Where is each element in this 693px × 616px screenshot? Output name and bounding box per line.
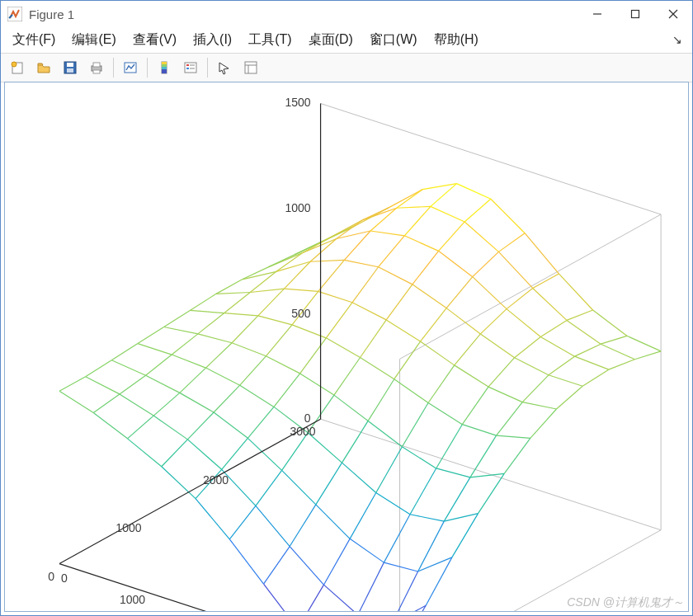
svg-line-106 xyxy=(310,260,344,261)
open-button[interactable] xyxy=(32,56,55,79)
axes-3d[interactable]: 0100020003000400050000100020003000050010… xyxy=(4,82,689,612)
svg-line-143 xyxy=(627,336,661,351)
svg-text:1000: 1000 xyxy=(116,521,141,534)
svg-line-100 xyxy=(420,341,454,365)
svg-line-45 xyxy=(120,394,153,416)
svg-line-77 xyxy=(266,356,299,374)
svg-line-157 xyxy=(172,334,198,355)
svg-line-57 xyxy=(214,412,248,438)
svg-line-138 xyxy=(457,184,491,200)
svg-line-103 xyxy=(522,402,556,409)
svg-line-47 xyxy=(187,440,221,469)
link-axes-button[interactable] xyxy=(119,56,142,79)
menu-insert[interactable]: 插入(I) xyxy=(186,30,238,50)
titlebar: Figure 1 xyxy=(1,1,692,27)
menu-help[interactable]: 帮助(H) xyxy=(427,30,485,50)
insert-legend-button[interactable] xyxy=(179,56,202,79)
menu-desktop[interactable]: 桌面(D) xyxy=(302,30,360,50)
svg-line-78 xyxy=(300,374,334,395)
svg-line-90 xyxy=(394,379,428,403)
svg-line-64 xyxy=(138,344,172,355)
svg-line-117 xyxy=(370,231,404,236)
svg-line-194 xyxy=(229,505,256,539)
menu-tools[interactable]: 工具(T) xyxy=(242,30,298,50)
svg-text:2000: 2000 xyxy=(203,473,229,487)
menu-view[interactable]: 查看(V) xyxy=(126,30,183,50)
save-button[interactable] xyxy=(59,56,82,79)
svg-line-211 xyxy=(446,277,473,308)
svg-line-67 xyxy=(240,385,274,407)
svg-line-233 xyxy=(567,310,593,320)
svg-line-252 xyxy=(609,360,635,369)
svg-rect-2 xyxy=(632,11,639,18)
svg-line-49 xyxy=(256,505,290,546)
svg-point-6 xyxy=(12,62,16,67)
svg-line-217 xyxy=(376,447,403,493)
svg-line-136 xyxy=(389,190,422,208)
svg-line-89 xyxy=(361,358,394,379)
svg-rect-18 xyxy=(162,69,167,73)
svg-line-147 xyxy=(138,327,164,344)
menu-window[interactable]: 窗口(W) xyxy=(363,30,424,50)
edit-plot-button[interactable] xyxy=(213,56,236,79)
print-button[interactable] xyxy=(85,56,108,79)
svg-line-127 xyxy=(397,206,431,208)
svg-line-205 xyxy=(290,505,316,547)
svg-line-82 xyxy=(436,468,470,477)
svg-line-35 xyxy=(93,413,127,439)
svg-line-86 xyxy=(258,316,292,325)
svg-rect-20 xyxy=(186,64,189,66)
svg-line-238 xyxy=(470,435,497,477)
svg-line-200 xyxy=(386,284,412,320)
svg-line-167 xyxy=(205,343,232,368)
svg-line-85 xyxy=(224,313,258,316)
svg-line-61 xyxy=(350,538,384,562)
svg-line-180 xyxy=(318,260,345,291)
menu-edit[interactable]: 编辑(E) xyxy=(65,30,122,50)
svg-line-63 xyxy=(418,557,452,571)
svg-line-123 xyxy=(575,356,609,369)
svg-line-139 xyxy=(491,199,525,233)
svg-line-59 xyxy=(282,470,316,505)
svg-line-75 xyxy=(198,334,232,343)
svg-line-198 xyxy=(334,358,361,396)
svg-line-212 xyxy=(473,252,499,276)
svg-line-66 xyxy=(205,368,239,385)
svg-line-54 xyxy=(111,360,145,376)
toolbar-separator xyxy=(207,58,208,78)
insert-colorbar-button[interactable] xyxy=(153,56,176,79)
menu-file[interactable]: 文件(F) xyxy=(6,30,62,50)
svg-line-154 xyxy=(93,394,120,413)
close-button[interactable] xyxy=(654,1,692,27)
svg-line-141 xyxy=(559,274,592,310)
svg-line-70 xyxy=(342,463,376,492)
svg-line-237 xyxy=(444,477,470,521)
svg-line-247 xyxy=(478,473,505,513)
svg-line-55 xyxy=(146,375,180,393)
svg-line-149 xyxy=(190,294,216,310)
svg-line-119 xyxy=(439,251,473,276)
svg-line-214 xyxy=(298,585,324,611)
svg-line-165 xyxy=(153,393,180,416)
svg-line-178 xyxy=(266,325,292,356)
svg-line-73 xyxy=(444,514,478,522)
open-property-inspector-button[interactable] xyxy=(239,56,262,79)
svg-line-99 xyxy=(386,320,420,341)
new-figure-button[interactable] xyxy=(6,56,29,79)
svg-line-223 xyxy=(533,274,559,289)
minimize-button[interactable] xyxy=(578,1,616,27)
svg-line-251 xyxy=(582,369,609,386)
svg-line-216 xyxy=(350,493,376,539)
svg-text:1500: 1500 xyxy=(285,96,310,109)
svg-line-228 xyxy=(436,425,463,468)
maximize-button[interactable] xyxy=(616,1,654,27)
svg-line-129 xyxy=(464,222,498,252)
svg-rect-11 xyxy=(93,63,100,67)
svg-line-206 xyxy=(316,463,342,505)
toolbar xyxy=(1,53,692,82)
svg-line-65 xyxy=(172,355,205,368)
svg-line-81 xyxy=(402,447,436,468)
svg-line-140 xyxy=(525,233,559,274)
toolbar-separator xyxy=(113,58,114,78)
toolbar-overflow-icon[interactable]: ↘ xyxy=(672,33,687,46)
